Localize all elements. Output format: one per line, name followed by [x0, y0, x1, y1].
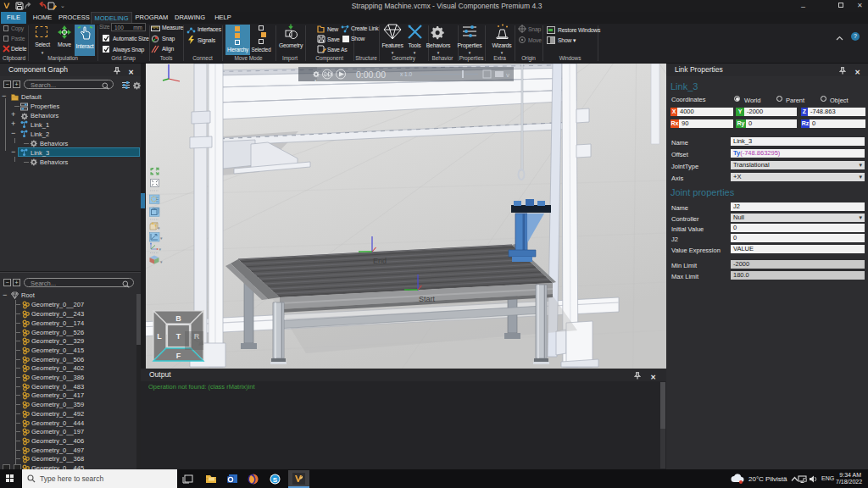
svg-text:S: S — [273, 475, 278, 483]
svg-text:T: T — [176, 332, 181, 341]
svg-text:x 1.0: x 1.0 — [400, 71, 412, 77]
svg-text:0:00.00: 0:00.00 — [356, 69, 386, 80]
svg-text:B: B — [175, 314, 181, 323]
svg-text:v: v — [506, 71, 509, 79]
svg-text:End: End — [373, 257, 387, 265]
svg-text:Start: Start — [419, 295, 436, 303]
svg-text:L: L — [157, 332, 162, 341]
svg-text:F: F — [176, 352, 181, 360]
